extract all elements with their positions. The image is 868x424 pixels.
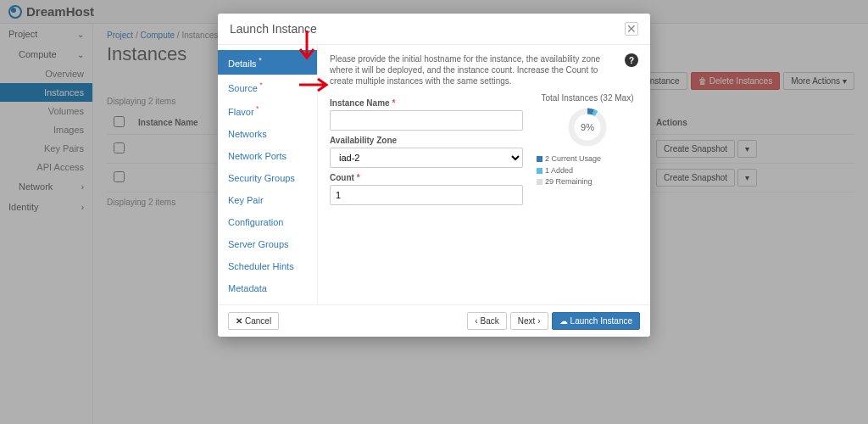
- form-pane: Please provide the initial hostname for …: [318, 45, 650, 304]
- legend-item: 2 Current Usage: [537, 153, 638, 165]
- wizard-step-networks[interactable]: Networks: [218, 123, 317, 145]
- label-instance-name: Instance Name *: [330, 98, 523, 108]
- wizard-step-metadata[interactable]: Metadata: [218, 277, 317, 299]
- count-input[interactable]: [330, 185, 523, 205]
- label-availability-zone: Availability Zone: [330, 136, 523, 145]
- legend-item: 1 Added: [537, 165, 638, 177]
- next-button[interactable]: Next ›: [510, 312, 548, 330]
- donut-percent: 9%: [566, 106, 609, 148]
- wizard-step-details[interactable]: Details *: [218, 50, 317, 75]
- label-count: Count *: [330, 173, 523, 182]
- cancel-button[interactable]: ✕ Cancel: [228, 312, 279, 330]
- legend-item: 29 Remaining: [537, 176, 638, 188]
- cloud-icon: ☁: [559, 316, 568, 326]
- launch-instance-modal: Launch Instance ✕ Details *Source *Flavo…: [218, 14, 650, 337]
- stats-title: Total Instances (32 Max): [537, 93, 638, 103]
- wizard-step-server-groups[interactable]: Server Groups: [218, 233, 317, 255]
- wizard-step-network-ports[interactable]: Network Ports: [218, 145, 317, 167]
- usage-legend: 2 Current Usage1 Added29 Remaining: [537, 153, 638, 188]
- wizard-step-source[interactable]: Source *: [218, 75, 317, 99]
- help-icon[interactable]: ?: [625, 53, 638, 67]
- help-text: Please provide the initial hostname for …: [330, 53, 618, 86]
- wizard-step-configuration[interactable]: Configuration: [218, 211, 317, 233]
- modal-title: Launch Instance: [230, 22, 317, 36]
- launch-button[interactable]: ☁ Launch Instance: [552, 312, 640, 330]
- wizard-step-key-pair[interactable]: Key Pair: [218, 189, 317, 211]
- back-button[interactable]: ‹ Back: [467, 312, 507, 330]
- instance-name-input[interactable]: [330, 110, 523, 131]
- close-icon[interactable]: ✕: [625, 22, 638, 36]
- wizard-step-scheduler-hints[interactable]: Scheduler Hints: [218, 255, 317, 277]
- usage-donut-chart: 9%: [566, 106, 609, 148]
- availability-zone-select[interactable]: iad-2: [330, 148, 523, 168]
- wizard-nav: Details *Source *Flavor *NetworksNetwork…: [218, 45, 318, 304]
- wizard-step-flavor[interactable]: Flavor *: [218, 98, 317, 123]
- wizard-step-security-groups[interactable]: Security Groups: [218, 167, 317, 189]
- modal-overlay: Launch Instance ✕ Details *Source *Flavo…: [0, 0, 868, 424]
